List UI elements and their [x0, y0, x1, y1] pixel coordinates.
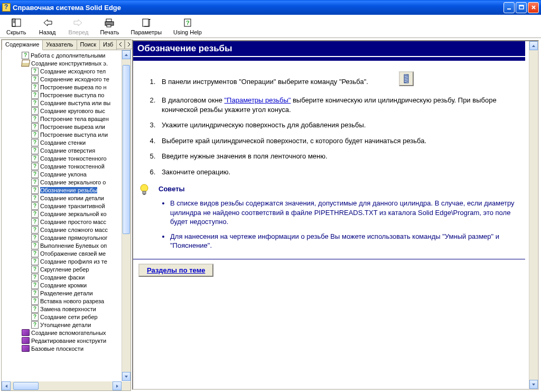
tree-item[interactable]: ?Построение выступа по	[4, 91, 130, 99]
book-closed-icon	[22, 329, 30, 336]
tree-item[interactable]: ?Создание фаски	[4, 273, 130, 281]
tree-item[interactable]: ?Отображение связей ме	[4, 249, 130, 257]
tree-item[interactable]: ?Создание сети ребер	[4, 313, 130, 321]
help-topic-icon: ?	[31, 210, 39, 218]
tree-item[interactable]: ?Создание отверстия	[4, 146, 130, 154]
related-topics-button[interactable]: Разделы по теме	[138, 264, 213, 277]
svg-rect-8	[106, 19, 111, 22]
tree-item[interactable]: ?Создание прямоугольног	[4, 234, 130, 241]
svg-rect-17	[143, 194, 145, 195]
tree-item[interactable]: ?Создание простого масс	[4, 218, 130, 226]
tree-item-label: Вставка нового разреза	[40, 298, 104, 304]
tree-item[interactable]: ?Создание зеркальной ко	[4, 210, 130, 218]
tree-item[interactable]: ?Создание уклона	[4, 170, 130, 178]
tree-item[interactable]: ?Создание транзитивной	[4, 202, 130, 210]
tree-item[interactable]: ?Скругление ребер	[4, 265, 130, 273]
tree-item[interactable]: ?Построение выреза или	[4, 123, 130, 130]
svg-rect-10	[107, 25, 111, 27]
tree-item[interactable]: Базовые плоскости	[4, 344, 130, 352]
help-topic-icon: ?	[31, 305, 39, 313]
maximize-button[interactable]	[516, 2, 527, 13]
tree-item[interactable]: ?Построение выреза по н	[4, 83, 130, 91]
tree-item[interactable]: ?Построение тела вращен	[4, 115, 130, 123]
tree-item-label: Создание кругового выс	[40, 108, 105, 114]
tab-favorites[interactable]: Изб	[99, 40, 117, 50]
tree-item[interactable]: ?Замена поверхности	[4, 305, 130, 313]
tree-item[interactable]: ?Работа с дополнительными	[4, 51, 130, 59]
help-topic-icon: ?	[31, 274, 39, 281]
scroll-thumb[interactable]	[13, 382, 39, 390]
tree-item-label: Создание фаски	[40, 274, 85, 281]
tree-item[interactable]: ?Создание выступа или вы	[4, 99, 130, 107]
help-topic-icon: ?	[31, 179, 39, 186]
tree-item[interactable]: ?Создание копии детали	[4, 194, 130, 202]
back-button[interactable]: Назад	[36, 16, 59, 36]
help-topic-icon: ?	[31, 194, 39, 202]
tab-contents[interactable]: Содержание	[2, 40, 43, 50]
scroll-down-arrow[interactable]	[122, 372, 130, 381]
lightbulb-icon	[139, 184, 149, 197]
close-button[interactable]	[528, 2, 539, 13]
options-button[interactable]: Параметры	[128, 16, 164, 36]
tree-item-label: Создание тонкостенного	[40, 155, 107, 162]
tree-item[interactable]: Создание конструктивных э.	[4, 59, 130, 67]
tips-list: В списке видов резьбы содержатся значени…	[170, 199, 525, 250]
thread-command-icon	[399, 71, 414, 86]
tab-index[interactable]: Указатель	[42, 40, 77, 50]
content-vertical-scrollbar[interactable]	[529, 41, 538, 389]
scroll-down-arrow[interactable]	[529, 380, 538, 389]
tree-horizontal-scrollbar[interactable]	[2, 381, 122, 390]
tree-item[interactable]: ?Создание стенки	[4, 138, 130, 146]
tree-item[interactable]: ?Создание исходного тел	[4, 67, 130, 75]
scroll-right-arrow[interactable]	[113, 381, 122, 390]
scroll-up-arrow[interactable]	[529, 41, 538, 50]
help-topic-icon: ?	[31, 115, 39, 123]
book-open-icon	[22, 60, 30, 67]
using-help-button[interactable]: ? Using Help	[171, 16, 204, 36]
scroll-up-arrow[interactable]	[122, 50, 130, 59]
tree-item-label: Работа с дополнительными	[31, 52, 105, 59]
tree-item-label: Редактирование конструкти	[31, 338, 106, 344]
step-item: Выберите край цилиндрической поверхности…	[157, 136, 525, 146]
tree-item[interactable]: ?Вставка нового разреза	[4, 297, 130, 305]
help-topic-icon: ?	[31, 139, 39, 146]
tree-item[interactable]: ?Разделение детали	[4, 289, 130, 297]
tree-item[interactable]: ?Выполнение Булевых оп	[4, 241, 130, 249]
tree-item-label: Отображение связей ме	[40, 250, 106, 257]
tree-item[interactable]: ?Утолщение детали	[4, 321, 130, 329]
tree-item-label: Создание отверстия	[40, 147, 95, 154]
book-closed-icon	[22, 337, 30, 344]
tree-item[interactable]: ?Создание кромки	[4, 281, 130, 289]
scroll-left-arrow[interactable]	[2, 381, 11, 390]
tree-item-label: Создание конструктивных э.	[31, 60, 108, 67]
tree-item[interactable]: ?Обозначение резьбы	[4, 186, 130, 194]
minimize-button[interactable]	[503, 2, 515, 13]
tree-item[interactable]: ?Создание сложного масс	[4, 226, 130, 234]
toolbar: Скрыть Назад Вперед Печать Параметры ? U…	[0, 15, 541, 38]
tree-item-label: Построение выреза или	[40, 124, 105, 130]
thread-params-link[interactable]: "Параметры резьбы"	[225, 96, 291, 104]
tree-item[interactable]: ?Создание кругового выс	[4, 107, 130, 115]
help-topic-icon: ?	[31, 147, 39, 154]
tree-item-label: Создание прямоугольног	[40, 235, 108, 241]
related-topics-link[interactable]: Разделы по теме	[147, 266, 205, 274]
tab-search[interactable]: Поиск	[77, 40, 100, 50]
hide-button[interactable]: Скрыть	[4, 16, 29, 36]
print-button[interactable]: Печать	[98, 16, 121, 36]
tree-item[interactable]: ?Создание тонкостенного	[4, 154, 130, 162]
tree-item[interactable]: Редактирование конструкти	[4, 337, 130, 344]
tree-item[interactable]: ?Построение выступа или	[4, 130, 130, 138]
tree-item[interactable]: ?Создание зеркального о	[4, 178, 130, 186]
tree-item[interactable]: ?Создание профиля из те	[4, 257, 130, 265]
tree-vertical-scrollbar[interactable]	[122, 50, 130, 381]
tab-scroll-left[interactable]	[116, 40, 125, 49]
step-item: В панели инструментов "Операции" выберит…	[157, 68, 525, 89]
help-topic-icon: ?	[31, 123, 39, 130]
tree-item[interactable]: ?Сохранение исходного те	[4, 75, 130, 83]
tree-item-label: Создание зеркальной ко	[40, 211, 107, 217]
tree-item-label: Утолщение детали	[40, 322, 91, 328]
tree-item[interactable]: Создание вспомогательных	[4, 329, 130, 337]
scroll-thumb[interactable]	[123, 65, 130, 234]
tree-item[interactable]: ?Создание тонкостенной	[4, 162, 130, 170]
contents-tree[interactable]: ?Работа с дополнительнымиСоздание констр…	[2, 50, 130, 390]
